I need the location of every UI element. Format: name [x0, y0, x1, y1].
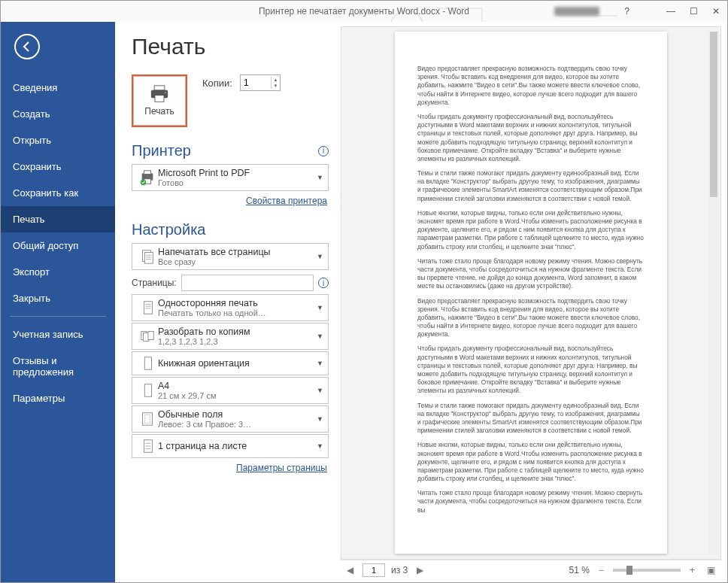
preview-paragraph: Темы и стили также помогают придать доку… — [417, 402, 645, 436]
one-sided-icon — [137, 299, 158, 316]
preview-paragraph: Чтобы придать документу профессиональный… — [417, 345, 645, 395]
paper-size-icon — [137, 382, 158, 399]
preview-paragraph: Видео предоставляет прекрасную возможнос… — [417, 65, 645, 107]
svg-rect-23 — [148, 332, 153, 340]
setting-one-sided[interactable]: Односторонняя печатьПечатать только на о… — [132, 294, 329, 321]
setting-margins[interactable]: Обычные поляЛевое: 3 см Правое: 3… ▼ — [132, 405, 329, 433]
setting-print-all[interactable]: Напечатать все страницыВсе сразу ▼ — [132, 243, 329, 270]
printer-status: Готово — [158, 178, 314, 187]
current-page-input[interactable] — [362, 563, 385, 577]
printer-dropdown[interactable]: Microsoft Print to PDF Готово ▼ — [132, 164, 329, 191]
nav-new[interactable]: Создать — [1, 101, 115, 127]
backstage-sidebar: Сведения Создать Открыть Сохранить Сохра… — [1, 22, 115, 582]
nav-account[interactable]: Учетная запись — [1, 321, 115, 348]
one-per-sheet-icon — [137, 438, 158, 454]
portrait-icon — [137, 355, 158, 372]
printer-properties-link[interactable]: Свойства принтера — [246, 196, 327, 206]
chevron-down-icon: ▼ — [314, 360, 323, 367]
chevron-down-icon: ▼ — [314, 304, 323, 311]
chevron-down-icon: ▼ — [314, 253, 323, 260]
info-icon[interactable]: i — [318, 146, 329, 156]
settings-heading: Настройка — [132, 221, 205, 238]
svg-rect-4 — [154, 86, 165, 90]
svg-rect-13 — [144, 253, 153, 264]
page-total-label: из 3 — [391, 565, 408, 575]
svg-rect-17 — [144, 302, 152, 314]
print-button[interactable]: Печать — [132, 74, 187, 127]
printer-name: Microsoft Print to PDF — [158, 168, 314, 178]
preview-paragraph: Новые кнопки, которые видны, только если… — [417, 441, 645, 483]
copies-spinner[interactable]: ▲▼ — [240, 74, 281, 91]
user-name-blur — [554, 7, 599, 16]
preview-paragraph: Читать тоже стало проще благодаря новому… — [417, 489, 645, 515]
maximize-icon[interactable]: ☐ — [682, 6, 705, 17]
preview-paragraph: Чтобы придать документу профессиональный… — [417, 113, 645, 163]
close-icon[interactable]: ✕ — [705, 6, 727, 17]
zoom-out-button[interactable]: − — [596, 565, 607, 575]
pages-stack-icon — [137, 248, 158, 265]
pages-input[interactable] — [181, 275, 314, 291]
printer-ready-icon — [137, 169, 158, 186]
spin-down-icon[interactable]: ▼ — [271, 83, 280, 89]
page-title: Печать — [132, 34, 329, 59]
vertical-scrollbar[interactable] — [708, 32, 719, 554]
margins-icon — [137, 411, 158, 427]
setting-collate[interactable]: Разобрать по копиям1,2,3 1,2,3 1,2,3 ▼ — [132, 323, 329, 350]
nav-open[interactable]: Открыть — [1, 127, 115, 153]
svg-rect-9 — [144, 171, 150, 175]
nav-save[interactable]: Сохранить — [1, 153, 115, 180]
printer-heading: Принтер — [132, 142, 191, 159]
chevron-down-icon: ▼ — [314, 442, 323, 450]
setting-pages-per-sheet[interactable]: 1 страница на листе ▼ — [132, 434, 329, 458]
nav-close[interactable]: Закрыть — [1, 285, 115, 311]
pages-label: Страницы: — [132, 278, 177, 288]
preview-paragraph: Видео предоставляет прекрасную возможнос… — [417, 297, 645, 339]
zoom-in-button[interactable]: + — [687, 565, 698, 575]
title-bar: Принтер не печатает документы Word.docx … — [1, 1, 727, 22]
nav-feedback[interactable]: Отзывы и предложения — [1, 348, 115, 385]
setting-paper-size[interactable]: A421 см x 29,7 см ▼ — [132, 377, 329, 404]
spin-up-icon[interactable]: ▲ — [271, 77, 280, 83]
nav-print[interactable]: Печать — [1, 206, 115, 232]
chevron-down-icon: ▼ — [314, 174, 323, 181]
preview-page: Видео предоставляет прекрасную возможнос… — [395, 32, 667, 554]
collate-icon — [137, 328, 158, 345]
preview-paragraph: Новые кнопки, которые видны, только если… — [417, 209, 645, 251]
fit-page-button[interactable]: ▣ — [704, 565, 718, 575]
copies-label: Копии: — [202, 77, 232, 89]
copies-input[interactable] — [241, 76, 271, 90]
next-page-button[interactable]: ▶ — [414, 565, 426, 575]
window-title: Принтер не печатает документы Word.docx … — [1, 6, 727, 17]
nav-share[interactable]: Общий доступ — [1, 232, 115, 259]
page-setup-link[interactable]: Параметры страницы — [236, 463, 327, 473]
svg-rect-25 — [144, 384, 151, 397]
svg-rect-6 — [155, 96, 164, 102]
nav-save-as[interactable]: Сохранить как — [1, 180, 115, 206]
info-icon[interactable]: i — [318, 278, 329, 288]
nav-divider — [10, 316, 106, 317]
back-button[interactable] — [14, 34, 40, 59]
chevron-down-icon: ▼ — [314, 332, 323, 340]
setting-portrait[interactable]: Книжная ориентация ▼ — [132, 351, 329, 375]
preview-paragraph: Темы и стили также помогают придать доку… — [417, 169, 645, 203]
chevron-down-icon: ▼ — [314, 387, 323, 394]
svg-point-7 — [164, 92, 166, 94]
zoom-label: 51 % — [569, 565, 590, 575]
printer-icon — [149, 85, 170, 103]
print-preview: Видео предоставляет прекрасную возможнос… — [341, 26, 721, 560]
nav-info[interactable]: Сведения — [1, 74, 115, 101]
zoom-slider[interactable] — [613, 569, 681, 572]
arrow-left-icon — [21, 41, 33, 53]
chevron-down-icon: ▼ — [314, 415, 323, 423]
svg-rect-24 — [144, 357, 151, 370]
nav-export[interactable]: Экспорт — [1, 259, 115, 285]
nav-options[interactable]: Параметры — [1, 385, 115, 411]
prev-page-button[interactable]: ◀ — [344, 565, 356, 575]
minimize-icon[interactable]: — — [660, 6, 682, 17]
help-icon[interactable]: ? — [624, 6, 629, 17]
print-button-label: Печать — [144, 106, 174, 117]
preview-paragraph: Читать тоже стало проще благодаря новому… — [417, 257, 645, 291]
